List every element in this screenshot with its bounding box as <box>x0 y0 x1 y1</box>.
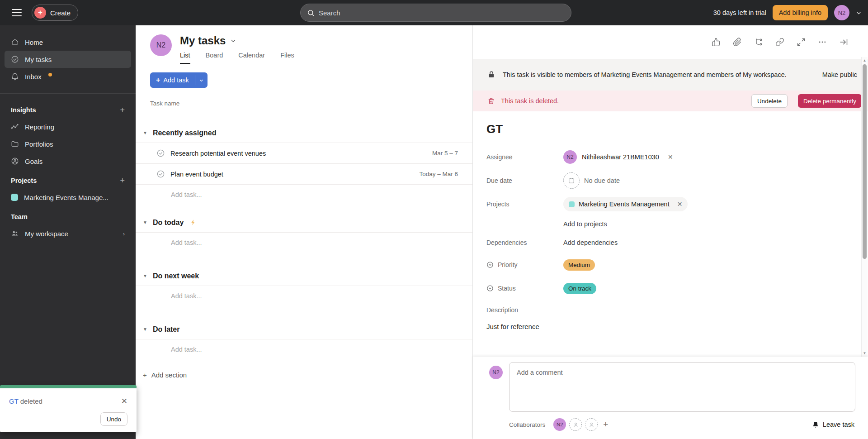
close-icon[interactable]: ✕ <box>121 397 127 405</box>
add-collaborator-placeholder[interactable] <box>585 418 598 431</box>
sidebar-item-portfolios[interactable]: Portfolios <box>5 135 131 153</box>
search-bar[interactable] <box>300 4 571 22</box>
plus-icon: + <box>143 371 147 379</box>
remove-project-icon[interactable]: ✕ <box>677 200 683 208</box>
toast-task-link[interactable]: GT <box>9 397 19 405</box>
lightning-icon <box>190 219 197 226</box>
field-label: Dependencies <box>486 239 527 246</box>
tab-calendar[interactable]: Calendar <box>238 52 265 64</box>
task-name: Research potential event venues <box>170 150 266 157</box>
sidebar-section-team: Team <box>5 209 131 225</box>
add-section-button[interactable]: + Add section <box>136 366 472 384</box>
more-options-icon[interactable] <box>818 38 827 47</box>
scroll-down-arrow[interactable]: ▼ <box>862 351 868 355</box>
add-task-button[interactable]: + Add task <box>150 72 208 88</box>
fullscreen-icon[interactable] <box>797 38 806 47</box>
task-title[interactable]: GT <box>486 122 850 136</box>
sidebar-item-project[interactable]: Marketing Events Manage... <box>5 189 131 206</box>
field-dependencies: Dependencies Add dependencies <box>486 232 850 253</box>
sidebar-item-workspace[interactable]: My workspace › <box>5 225 131 242</box>
add-collaborator-placeholder[interactable] <box>569 418 582 431</box>
visibility-text: This task is visible to members of Marke… <box>503 70 787 80</box>
section-header-do-next-week[interactable]: ▼ Do next week <box>136 266 472 286</box>
undelete-button[interactable]: Undelete <box>751 94 788 108</box>
task-row[interactable]: Research potential event venues Mar 5 – … <box>136 143 472 164</box>
status-badge[interactable]: On track <box>563 283 596 294</box>
description-text[interactable]: Just for reference <box>486 320 850 338</box>
priority-badge[interactable]: Medium <box>563 259 595 271</box>
sidebar-item-goals[interactable]: Goals <box>5 153 131 170</box>
project-pill[interactable]: Marketing Events Management ✕ <box>563 197 688 211</box>
leave-task-label: Leave task <box>823 421 854 428</box>
sidebar-item-label: Inbox <box>25 73 42 81</box>
attach-icon[interactable] <box>733 38 742 47</box>
check-circle-icon <box>11 55 19 63</box>
collapse-triangle-icon[interactable]: ▼ <box>143 327 147 332</box>
sidebar-section-insights: Insights + <box>5 102 131 118</box>
user-avatar[interactable]: N2 <box>834 5 849 20</box>
sidebar-item-inbox[interactable]: Inbox <box>5 68 131 85</box>
add-dependencies-button[interactable]: Add dependencies <box>563 239 618 246</box>
field-label: Status <box>498 285 516 292</box>
task-row[interactable]: Plan event budget Today – Mar 6 <box>136 164 472 185</box>
section-header-recently-assigned[interactable]: ▼ Recently assigned <box>136 123 472 143</box>
add-task-inline[interactable]: Add task... <box>136 339 472 359</box>
search-input[interactable] <box>319 9 565 17</box>
calendar-icon[interactable] <box>563 172 580 189</box>
field-label: Priority <box>498 261 518 268</box>
collapse-triangle-icon[interactable]: ▼ <box>143 130 147 135</box>
leave-task-button[interactable]: Leave task <box>812 421 854 428</box>
chevron-down-icon[interactable] <box>230 38 236 44</box>
add-section-label: Add section <box>151 371 187 379</box>
task-check-icon[interactable] <box>156 170 165 178</box>
add-billing-info-button[interactable]: Add billing info <box>773 5 828 20</box>
comment-input[interactable] <box>509 362 855 412</box>
copy-link-icon[interactable] <box>775 38 784 47</box>
add-task-dropdown[interactable] <box>195 72 208 88</box>
add-collaborator-button[interactable]: + <box>603 420 608 429</box>
make-public-button[interactable]: Make public <box>822 71 857 78</box>
collaborator-avatar[interactable]: N2 <box>553 418 566 431</box>
undo-button[interactable]: Undo <box>100 412 127 426</box>
assignee-chip[interactable]: N2 Nithileashwar 21BME1030 ✕ <box>563 150 673 164</box>
create-button[interactable]: + Create <box>32 5 78 21</box>
add-insight-icon[interactable]: + <box>120 105 125 115</box>
hamburger-menu-icon[interactable] <box>12 9 22 16</box>
tab-board[interactable]: Board <box>206 52 223 64</box>
folder-icon <box>11 140 19 148</box>
like-icon[interactable] <box>712 38 721 47</box>
sidebar-item-my-tasks[interactable]: My tasks <box>5 51 131 68</box>
project-name: Marketing Events Management <box>579 200 670 208</box>
add-to-projects-button[interactable]: Add to projects <box>563 220 607 228</box>
remove-assignee-icon[interactable]: ✕ <box>668 153 673 161</box>
sidebar-item-reporting[interactable]: Reporting <box>5 118 131 135</box>
scrollbar-thumb[interactable] <box>863 64 867 259</box>
due-date-value[interactable]: No due date <box>584 177 620 184</box>
add-task-inline[interactable]: Add task... <box>136 286 472 306</box>
section-header-do-later[interactable]: ▼ Do later <box>136 320 472 339</box>
task-due-date: Mar 5 – 7 <box>432 150 458 157</box>
add-task-inline[interactable]: Add task... <box>136 233 472 253</box>
add-project-icon[interactable]: + <box>120 176 125 186</box>
chevron-down-icon[interactable] <box>856 10 862 16</box>
subtasks-icon[interactable] <box>754 38 763 47</box>
section-header-do-today[interactable]: ▼ Do today <box>136 213 472 233</box>
section-title: Do later <box>153 325 180 334</box>
detail-scrollbar[interactable]: ▲ ▼ <box>861 57 868 357</box>
page-title-row[interactable]: My tasks <box>180 34 294 47</box>
close-panel-icon[interactable] <box>839 38 848 47</box>
detail-body: GT Assignee N2 Nithileashwar 21BME1030 ✕… <box>473 122 868 338</box>
collapse-triangle-icon[interactable]: ▼ <box>143 220 147 225</box>
project-color-swatch <box>569 201 575 207</box>
sidebar-item-home[interactable]: Home <box>5 33 131 51</box>
delete-permanently-button[interactable]: Delete permanently <box>798 94 862 108</box>
field-projects: Projects Marketing Events Management ✕ <box>486 192 850 216</box>
chevron-right-icon[interactable]: › <box>123 230 125 237</box>
tab-list[interactable]: List <box>180 52 190 64</box>
add-task-label: Add task <box>163 76 189 84</box>
tab-files[interactable]: Files <box>280 52 294 64</box>
add-task-inline[interactable]: Add task... <box>136 185 472 205</box>
scroll-up-arrow[interactable]: ▲ <box>862 58 868 62</box>
task-check-icon[interactable] <box>156 149 165 157</box>
collapse-triangle-icon[interactable]: ▼ <box>143 273 147 278</box>
